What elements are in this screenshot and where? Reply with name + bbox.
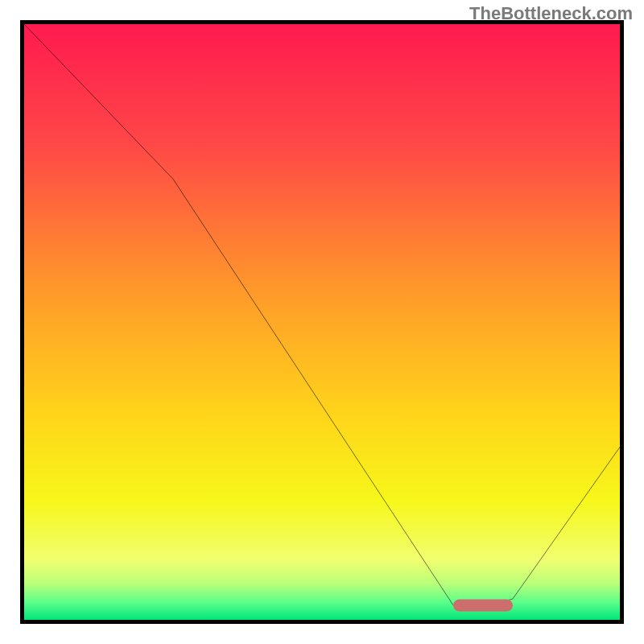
chart-plot-area [20,20,624,624]
optimal-range-marker [453,599,513,611]
watermark-text: TheBottleneck.com [469,3,633,24]
bottleneck-curve [24,24,620,620]
